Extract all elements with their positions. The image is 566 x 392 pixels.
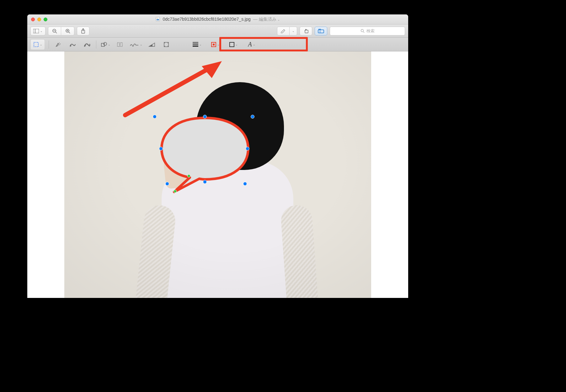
- svg-point-2: [157, 18, 158, 19]
- tail-handle[interactable]: [174, 190, 177, 193]
- svg-text:T: T: [119, 43, 121, 46]
- adjust-color-tool[interactable]: [145, 39, 159, 50]
- close-window-button[interactable]: [31, 18, 35, 21]
- svg-rect-1: [157, 19, 159, 20]
- tail-handle[interactable]: [187, 174, 190, 177]
- edited-indicator[interactable]: — 編集済み ⌄: [253, 17, 280, 22]
- main-toolbar: ⌄ ⌄: [27, 24, 408, 38]
- svg-marker-14: [281, 29, 285, 33]
- file-name: 0dc73ae7b913bb826cbcf819e18020e7_s.jpg: [163, 17, 250, 22]
- search-field[interactable]: 検索: [330, 27, 405, 35]
- svg-line-9: [69, 32, 70, 33]
- shapes-tool[interactable]: ⌄: [98, 39, 113, 50]
- style-group: ⌄ ⌄ ⌄ A ⌄: [188, 39, 261, 50]
- line-weight-icon: [193, 42, 198, 47]
- fullscreen-window-button[interactable]: [44, 18, 47, 21]
- fill-color-icon: [229, 42, 234, 47]
- draw-tool[interactable]: [80, 39, 94, 50]
- svg-point-24: [60, 44, 61, 44]
- svg-point-19: [318, 29, 319, 29]
- search-placeholder: 検索: [366, 28, 375, 34]
- markup-toolbox-button[interactable]: [315, 27, 327, 35]
- selection-handle[interactable]: [203, 115, 207, 119]
- text-tool[interactable]: T: [113, 39, 127, 50]
- selection-handle[interactable]: [246, 147, 249, 151]
- sketch-tool[interactable]: [65, 39, 80, 50]
- highlighter-button[interactable]: [277, 27, 290, 35]
- selection-handle[interactable]: [203, 180, 207, 184]
- selection-handle[interactable]: [159, 147, 163, 151]
- svg-rect-15: [305, 30, 308, 33]
- border-color-dropdown[interactable]: ⌄: [206, 39, 224, 50]
- image-canvas[interactable]: [27, 51, 408, 298]
- markup-toolbar: ⌄ ⌄ T: [27, 38, 408, 51]
- search-icon: [360, 29, 365, 33]
- window-title[interactable]: 0dc73ae7b913bb826cbcf819e18020e7_s.jpg —…: [27, 17, 408, 22]
- rotate-left-button[interactable]: [300, 27, 312, 35]
- svg-point-29: [104, 42, 107, 45]
- speech-balloon-shape[interactable]: [155, 113, 255, 194]
- selection-handle[interactable]: [165, 182, 169, 186]
- selection-handle[interactable]: [153, 115, 157, 119]
- image-size-tool[interactable]: [159, 39, 174, 50]
- selection-handle[interactable]: [243, 182, 247, 186]
- rect-select-tool[interactable]: ⌄: [30, 39, 45, 50]
- zoom-in-button[interactable]: [61, 27, 74, 35]
- instant-alpha-tool[interactable]: [51, 39, 65, 50]
- border-color-icon: [211, 42, 216, 47]
- svg-rect-0: [156, 17, 160, 21]
- titlebar: 0dc73ae7b913bb826cbcf819e18020e7_s.jpg —…: [27, 14, 408, 24]
- sidebar-dropdown-button[interactable]: ⌄: [30, 27, 45, 35]
- svg-point-20: [361, 29, 363, 32]
- minimize-window-button[interactable]: [37, 18, 41, 21]
- svg-line-6: [56, 32, 57, 33]
- share-button[interactable]: [77, 27, 89, 35]
- zoom-out-button[interactable]: [48, 27, 61, 35]
- highlighter-dropdown[interactable]: ⌄: [290, 27, 297, 35]
- svg-rect-17: [318, 30, 324, 33]
- svg-rect-22: [34, 42, 38, 47]
- signature-tool[interactable]: ⌄: [127, 39, 145, 50]
- file-icon: [156, 17, 160, 22]
- fill-color-dropdown[interactable]: ⌄: [224, 39, 243, 50]
- selection-handle[interactable]: [251, 115, 254, 119]
- svg-line-21: [363, 32, 364, 33]
- svg-point-25: [59, 45, 60, 45]
- svg-point-23: [59, 43, 60, 43]
- text-style-icon: A: [248, 41, 252, 48]
- line-weight-dropdown[interactable]: ⌄: [188, 39, 206, 50]
- preview-app-window: 0dc73ae7b913bb826cbcf819e18020e7_s.jpg —…: [27, 14, 408, 298]
- svg-rect-3: [33, 29, 39, 33]
- text-style-dropdown[interactable]: A ⌄: [243, 39, 261, 50]
